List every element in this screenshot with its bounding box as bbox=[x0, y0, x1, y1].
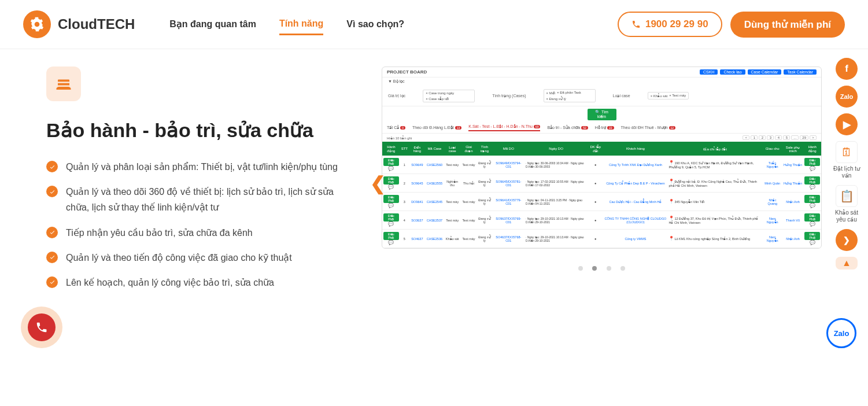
phone-button[interactable]: 1900 29 29 90 bbox=[618, 12, 722, 37]
main-content: Bảo hành - bảo trì, sửa chữa Quản lý và … bbox=[0, 49, 868, 300]
slide-dots bbox=[382, 263, 822, 273]
ss-title: PROJECT BOARD bbox=[387, 69, 427, 75]
clipboard-icon: 📋 bbox=[836, 185, 858, 207]
bullet-item: Lên kế hoạch, quản lý công việc bảo trì,… bbox=[46, 275, 359, 290]
trial-button[interactable]: Dùng thử miễn phí bbox=[730, 12, 845, 38]
ss-filters: Giá trị lọc × Case trong ngày× Case sắp … bbox=[382, 86, 821, 106]
ss-tab[interactable]: K.Sát - Test - L.Đặt - H.Dẫn - N.Thu69 bbox=[468, 124, 540, 131]
prev-slide-button[interactable]: ❮ bbox=[370, 172, 386, 194]
dot[interactable] bbox=[578, 266, 583, 271]
nav-item-1[interactable]: Tính năng bbox=[279, 14, 323, 35]
check-icon bbox=[46, 252, 58, 263]
ss-btn[interactable]: Check lao bbox=[720, 69, 745, 75]
ss-top-buttons: CSKH Check lao Case Calendar Task Calend… bbox=[700, 69, 817, 75]
app-screenshot: PROJECT BOARD CSKH Check lao Case Calend… bbox=[382, 67, 822, 249]
check-icon bbox=[46, 276, 58, 288]
dot[interactable] bbox=[620, 266, 625, 271]
call-float-button[interactable] bbox=[21, 307, 62, 348]
ss-btn[interactable]: Case Calendar bbox=[748, 69, 782, 75]
table-row: Điều Phối💬 4SO3637CASE2537Test máyTest m… bbox=[382, 211, 821, 230]
main-nav: Bạn đang quan tâm Tính năng Vì sao chọn? bbox=[169, 14, 404, 35]
logo-icon bbox=[23, 10, 51, 38]
nav-item-0[interactable]: Bạn đang quan tâm bbox=[169, 14, 256, 35]
ss-tbody: Điều Phối💬 1SO9649CASE2560Test máyTest m… bbox=[382, 156, 821, 248]
paging-label: Hiện 10 bản ghi bbox=[387, 136, 412, 140]
table-row: Điều Phối💬 2SO9645CASE2555Nghiệm thuThu … bbox=[382, 174, 821, 193]
ss-tabs: Tất Cả0Theo dõi Đ.Hàng L.Đặt13K.Sát - Te… bbox=[382, 123, 821, 134]
ss-tab[interactable]: Theo dõi Đ.Hàng L.Đặt13 bbox=[412, 124, 461, 131]
schedule-widget[interactable]: 🗓 Đặt lịch tư vấn bbox=[832, 141, 861, 179]
youtube-button[interactable]: ▶ bbox=[836, 113, 858, 135]
filter-tags-1[interactable]: × Case trong ngày× Case sắp tới bbox=[423, 90, 475, 102]
site-header: CloudTECH Bạn đang quan tâm Tính năng Vì… bbox=[0, 0, 868, 49]
table-row: Điều Phối💬 5SO4637CASE2536Khảo sátTest m… bbox=[382, 230, 821, 248]
feature-box-icon bbox=[46, 67, 81, 101]
feature-bullets: Quản lý và phân loại sản phẩm: Thiết bị,… bbox=[46, 159, 359, 290]
chevron-right-icon[interactable]: ❯ bbox=[836, 229, 858, 251]
dot[interactable] bbox=[592, 266, 597, 271]
ss-btn[interactable]: CSKH bbox=[700, 69, 718, 75]
phone-icon bbox=[631, 20, 641, 29]
bullet-item: Quản lý và theo dõi 360 độ về thiết bị: … bbox=[46, 184, 359, 215]
ss-thead: Hành độngSTTĐơn hàngMã CaseLoại caseGiai… bbox=[382, 142, 821, 156]
feature-title: Bảo hành - bảo trì, sửa chữa bbox=[46, 119, 359, 142]
ss-tab[interactable]: Hỗ trợ22 bbox=[595, 124, 614, 131]
facebook-button[interactable]: f bbox=[836, 58, 858, 80]
dot[interactable] bbox=[607, 266, 611, 271]
screenshot-panel: ❮ PROJECT BOARD CSKH Check lao Case Cale… bbox=[382, 67, 822, 300]
check-icon bbox=[46, 161, 58, 172]
check-icon bbox=[46, 186, 58, 197]
logo-text: CloudTECH bbox=[58, 16, 135, 32]
zalo-float-button[interactable]: Zalo bbox=[826, 318, 856, 348]
filter-tags-3[interactable]: × Khảo sát× Test máy bbox=[648, 92, 689, 99]
bullet-item: Quản lý và theo tiến độ công việc đã gia… bbox=[46, 250, 359, 265]
side-rail: f Zalo ▶ 🗓 Đặt lịch tư vấn 📋 Khảo sát yê… bbox=[832, 58, 861, 270]
ss-tab[interactable]: Tất Cả0 bbox=[387, 124, 405, 131]
ss-tab[interactable]: Theo dõi ĐH Thuê - Mượn12 bbox=[621, 124, 676, 131]
ss-filter-toggle[interactable]: ▼ Bộ lọc bbox=[382, 77, 821, 86]
scroll-top-button[interactable]: ▲ bbox=[836, 257, 858, 270]
ss-toolbar: Hiện 10 bản ghi <12345...29> bbox=[382, 134, 821, 142]
feature-panel: Bảo hành - bảo trì, sửa chữa Quản lý và … bbox=[46, 67, 359, 300]
nav-item-2[interactable]: Vì sao chọn? bbox=[346, 14, 404, 35]
ss-tab[interactable]: Bảo trì - Sửa chữa52 bbox=[547, 124, 588, 131]
zalo-button[interactable]: Zalo bbox=[836, 86, 858, 108]
table-row: Điều Phối💬 3DO9641CASE2545Test máyTest m… bbox=[382, 193, 821, 211]
ss-btn[interactable]: Task Calendar bbox=[784, 69, 817, 75]
phone-icon bbox=[35, 321, 48, 334]
ss-pager[interactable]: <12345...29> bbox=[743, 135, 817, 140]
bullet-item: Tiếp nhận yêu cầu bảo trì, sửa chữa đa k… bbox=[46, 225, 359, 241]
survey-widget[interactable]: 📋 Khảo sát yêu cầu bbox=[832, 185, 861, 223]
table-row: Điều Phối💬 1SO9649CASE2560Test máyTest m… bbox=[382, 156, 821, 174]
ss-top-bar: PROJECT BOARD CSKH Check lao Case Calend… bbox=[382, 67, 821, 77]
logo[interactable]: CloudTECH bbox=[23, 10, 135, 38]
check-icon bbox=[46, 227, 58, 238]
phone-number: 1900 29 29 90 bbox=[645, 19, 708, 30]
filter-tags-2[interactable]: × Mới× Đã phân Task× Đang xử lý bbox=[544, 89, 596, 102]
ss-search-button[interactable]: 🔍 Tìm kiếm bbox=[588, 109, 616, 120]
header-actions: 1900 29 29 90 Dùng thử miễn phí bbox=[618, 12, 845, 38]
ss-table: Hành độngSTTĐơn hàngMã CaseLoại caseGiai… bbox=[382, 142, 821, 248]
bullet-item: Quản lý và phân loại sản phẩm: Thiết bị,… bbox=[46, 159, 359, 175]
calendar-icon: 🗓 bbox=[836, 141, 858, 163]
